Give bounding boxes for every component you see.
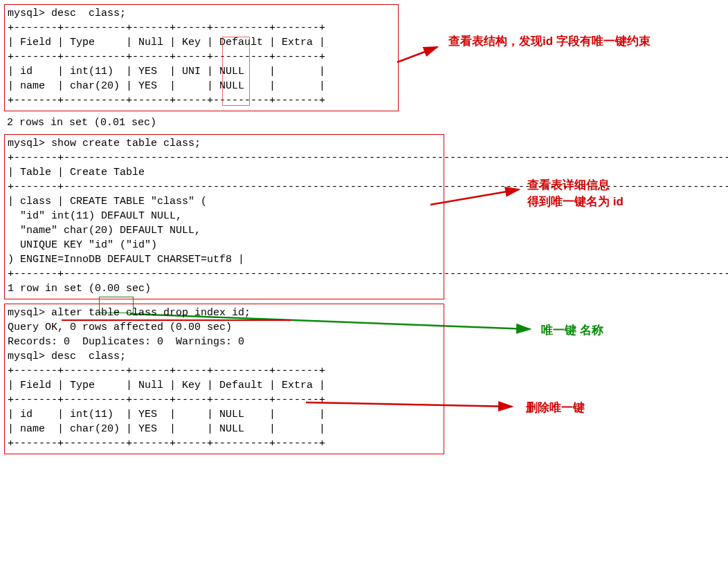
code-line: "id" int(11) DEFAULT NULL, bbox=[8, 209, 441, 223]
code-line: +-------+----------+------+-----+-------… bbox=[8, 21, 395, 35]
code-line: | Field | Type | Null | Key | Default | … bbox=[8, 378, 441, 393]
show-create-block: mysql> show create table class; +-------… bbox=[4, 134, 444, 299]
code-line: UNIQUE KEY "id" ("id") bbox=[8, 238, 441, 252]
code-line: Records: 0 Duplicates: 0 Warnings: 0 bbox=[8, 335, 441, 349]
rows-in-set: 2 rows in set (0.01 sec) bbox=[4, 115, 724, 134]
code-line: +-------+----------+------+-----+-------… bbox=[8, 436, 441, 451]
svg-line-0 bbox=[397, 47, 437, 62]
code-line: +-------+----------+------+-----+-------… bbox=[8, 50, 395, 64]
annotation-text: 删除唯一键 bbox=[526, 400, 585, 416]
annotation-text: 查看表详细信息 得到唯一键名为 id bbox=[527, 177, 624, 210]
code-line: Query OK, 0 rows affected (0.00 sec) bbox=[8, 320, 441, 335]
desc-table-block: mysql> desc class; +-------+----------+-… bbox=[4, 4, 399, 111]
code-line: | id | int(11) | YES | | NULL | | bbox=[8, 407, 441, 422]
annotation-line: 得到唯一键名为 id bbox=[527, 195, 624, 208]
code-line: +-------+----------+------+-----+-------… bbox=[8, 393, 441, 407]
code-line: "name" char(20) DEFAULT NULL, bbox=[8, 223, 441, 238]
code-line: | name | char(20) | YES | | NULL | | bbox=[8, 422, 441, 436]
arrow-icon bbox=[396, 43, 444, 71]
code-line: +-------+----------+------+-----+-------… bbox=[8, 93, 395, 108]
code-line: mysql> show create table class; bbox=[8, 136, 441, 151]
code-line: | id | int(11) | YES | UNI | NULL | | bbox=[8, 64, 395, 79]
code-line: | class | CREATE TABLE "class" ( bbox=[8, 194, 441, 209]
annotation-line: 查看表详细信息 bbox=[527, 178, 610, 192]
code-line: +-------+-------------------------------… bbox=[8, 267, 441, 281]
code-line: +-------+-------------------------------… bbox=[8, 151, 441, 165]
annotation-text: 唯一键 名称 bbox=[541, 322, 603, 339]
code-line: +-------+----------+------+-----+-------… bbox=[8, 364, 441, 378]
code-line: | Table | Create Table | bbox=[8, 165, 441, 180]
code-line: mysql> desc class; bbox=[8, 6, 395, 21]
code-line: | Field | Type | Null | Key | Default | … bbox=[8, 35, 395, 50]
code-line: 1 row in set (0.00 sec) bbox=[8, 281, 441, 296]
code-line: +-------+-------------------------------… bbox=[8, 180, 441, 194]
code-line: ) ENGINE=InnoDB DEFAULT CHARSET=utf8 | bbox=[8, 252, 441, 267]
alter-table-block: mysql> alter table class drop index id; … bbox=[4, 304, 444, 454]
code-line: mysql> alter table class drop index id; bbox=[8, 306, 441, 320]
annotation-text: 查看表结构，发现id 字段有唯一键约束 bbox=[448, 33, 650, 50]
code-line: | name | char(20) | YES | | NULL | | bbox=[8, 79, 395, 93]
code-line: mysql> desc class; bbox=[8, 349, 441, 364]
